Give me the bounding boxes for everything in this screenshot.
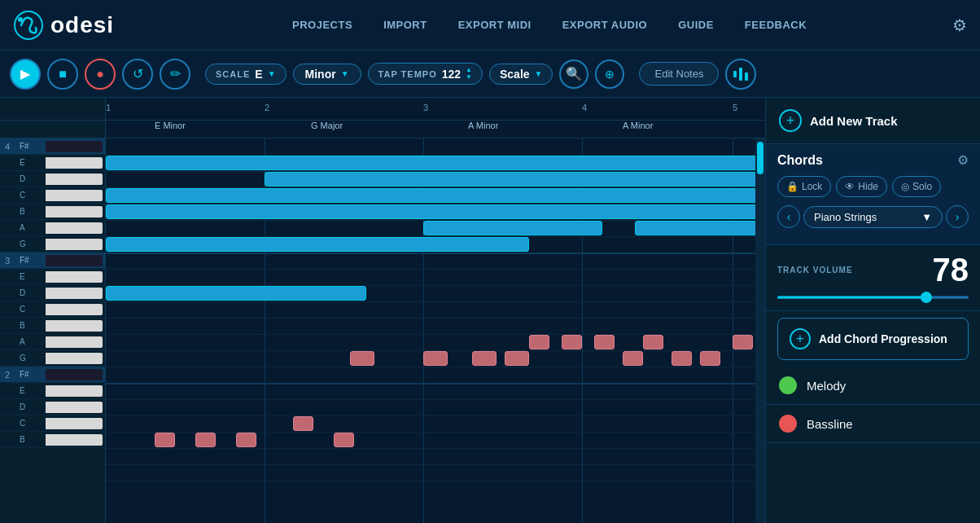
solo-icon: ◎ — [901, 181, 909, 192]
lock-button[interactable]: 🔒 Lock — [777, 176, 831, 197]
bassline-dot — [779, 415, 797, 433]
key-4-g: G — [16, 240, 46, 248]
key-2-fsharp: F# — [16, 370, 46, 379]
bassline-track-name: Bassline — [807, 417, 853, 431]
edit-notes-button[interactable]: Edit Notes — [639, 62, 719, 86]
key-3-a: A — [16, 337, 46, 346]
note-pink-7[interactable] — [594, 335, 615, 349]
note-blue-4c[interactable] — [106, 188, 755, 203]
mixer-button[interactable] — [725, 59, 756, 90]
volume-value: 78 — [933, 253, 969, 286]
chords-header: Chords ⚙ — [777, 152, 969, 168]
note-blue-4d[interactable] — [265, 172, 755, 187]
nav-export-audio[interactable]: EXPORT AUDIO — [548, 12, 662, 37]
note-blue-4b[interactable] — [106, 204, 755, 219]
note-pink-9[interactable] — [643, 335, 663, 349]
key-3-b: B — [16, 321, 46, 330]
volume-slider-track — [777, 297, 969, 299]
stop-button[interactable]: ■ — [47, 59, 78, 90]
note-pink-s2-5[interactable] — [334, 433, 354, 447]
svg-point-0 — [15, 11, 42, 39]
scale-type-selector[interactable]: Scale ▼ — [489, 64, 553, 85]
zoom-out-button[interactable]: 🔍 — [559, 59, 588, 89]
key-4-d: D — [16, 174, 46, 183]
volume-slider-thumb[interactable] — [921, 292, 932, 303]
note-pink-s2-4[interactable] — [293, 416, 313, 431]
track-item-bassline[interactable]: Bassline — [766, 405, 980, 443]
note-pink-s2-1[interactable] — [155, 433, 175, 447]
note-pink-2[interactable] — [423, 351, 448, 366]
grid-h-19 — [106, 448, 755, 449]
record-button[interactable]: ● — [85, 59, 116, 90]
svg-rect-4 — [745, 73, 748, 81]
note-blue-3e[interactable] — [106, 286, 366, 301]
tempo-up-arrow[interactable]: ▲ — [466, 67, 472, 73]
note-pink-3[interactable] — [472, 351, 497, 366]
note-pink-1[interactable] — [350, 351, 374, 366]
settings-icon[interactable]: ⚙ — [952, 15, 967, 35]
loop-button[interactable]: ↺ — [122, 59, 153, 90]
marker-4: 4 — [582, 103, 587, 112]
edit-button[interactable]: ✏ — [160, 59, 190, 90]
note-grid[interactable] — [106, 138, 755, 523]
track-list: Melody Bassline — [766, 367, 980, 523]
header: odesi PROJECTS IMPORT EXPORT MIDI EXPORT… — [0, 0, 980, 51]
add-new-track-button[interactable]: + Add New Track — [766, 98, 980, 144]
nav: PROJECTS IMPORT EXPORT MIDI EXPORT AUDIO… — [147, 12, 952, 37]
grid-h-11 — [106, 318, 755, 319]
track-item-melody[interactable]: Melody — [766, 367, 980, 405]
note-pink-11[interactable] — [700, 351, 720, 366]
instrument-dropdown-arrow: ▼ — [921, 211, 932, 223]
instrument-selector[interactable]: Piano Strings ▼ — [803, 206, 943, 228]
marker-3: 3 — [423, 103, 428, 112]
piano-keys: 4 F# E D C — [0, 138, 106, 523]
instrument-next-button[interactable]: › — [946, 205, 969, 228]
nav-feedback[interactable]: FEEDBACK — [730, 12, 821, 37]
nav-import[interactable]: IMPORT — [369, 12, 442, 37]
vertical-scrollbar[interactable] — [755, 138, 765, 523]
key-4-a: A — [16, 223, 46, 232]
melody-dot — [779, 376, 797, 394]
add-chord-progression-button[interactable]: + Add Chord Progression — [777, 318, 969, 360]
volume-header: TRACK VOLUME 78 — [777, 253, 969, 286]
note-pink-4[interactable] — [505, 351, 529, 366]
note-blue-4a[interactable] — [423, 221, 602, 235]
volume-section: TRACK VOLUME 78 — [766, 245, 980, 311]
note-blue-4g[interactable] — [106, 237, 529, 252]
zoom-in-button[interactable]: ⊕ — [595, 59, 624, 89]
note-blue-4e[interactable] — [106, 156, 755, 170]
nav-export-midi[interactable]: EXPORT MIDI — [444, 12, 546, 37]
tempo-selector[interactable]: TAP TEMPO 122 ▲ ▼ — [368, 63, 483, 85]
note-pink-s2-3[interactable] — [236, 433, 256, 447]
scale-mode-selector[interactable]: Minor ▼ — [293, 64, 361, 85]
chord-label-2: G Major — [311, 121, 343, 130]
play-button[interactable]: ▶ — [10, 59, 41, 90]
tempo-label: TAP TEMPO — [378, 69, 437, 79]
note-pink-6[interactable] — [562, 335, 582, 349]
piano-area: 1 2 3 4 5 E Minor G Major A Minor A Mino… — [0, 98, 765, 523]
tempo-down-arrow[interactable]: ▼ — [466, 74, 472, 81]
note-pink-10[interactable] — [672, 351, 692, 366]
scale-key-selector[interactable]: SCALE E ▼ — [205, 64, 287, 85]
solo-button[interactable]: ◎ Solo — [892, 176, 941, 197]
nav-projects[interactable]: PROJECTS — [278, 12, 367, 37]
note-blue-4a2[interactable] — [635, 221, 755, 235]
scroll-thumb[interactable] — [757, 142, 763, 174]
hide-button[interactable]: 👁 Hide — [836, 176, 887, 197]
right-panel: + Add New Track Chords ⚙ 🔒 Lock 👁 Hide ◎ — [765, 98, 980, 523]
key-2-c: C — [16, 419, 46, 428]
grid-h-16 — [106, 399, 755, 400]
note-pink-5[interactable] — [529, 335, 549, 349]
note-pink-12[interactable] — [733, 335, 753, 349]
tempo-arrows[interactable]: ▲ ▼ — [466, 67, 472, 81]
note-pink-s2-2[interactable] — [195, 433, 216, 447]
note-pink-8[interactable] — [623, 351, 643, 366]
section-divider-1 — [106, 253, 755, 254]
lock-icon: 🔒 — [786, 181, 798, 192]
nav-guide[interactable]: GUIDE — [663, 12, 728, 37]
marker-5: 5 — [733, 103, 737, 112]
instrument-prev-button[interactable]: ‹ — [777, 205, 800, 228]
chords-settings-icon[interactable]: ⚙ — [957, 152, 969, 168]
volume-slider[interactable] — [777, 289, 969, 305]
hide-label: Hide — [858, 181, 878, 192]
